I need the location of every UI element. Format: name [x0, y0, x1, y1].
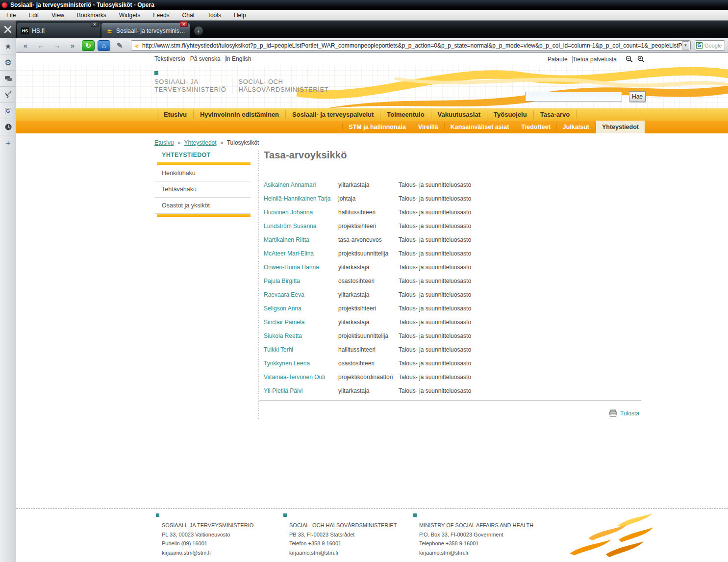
sub-nav-item[interactable]: Vireillä	[412, 123, 445, 131]
address-bar[interactable]: http://www.stm.fi/yhteystiedot/tulosyksi…	[131, 40, 691, 51]
sub-nav-item[interactable]: Julkaisut	[557, 123, 596, 131]
quick-preferences-button[interactable]	[0, 21, 16, 38]
close-icon[interactable]: ✕	[91, 21, 99, 27]
person-name-link[interactable]: Pajula Birgitta	[264, 278, 338, 284]
sidebar-item[interactable]: Tehtävähaku	[154, 181, 251, 198]
person-title: projektikoordinaattori	[338, 374, 399, 381]
zoom-out-icon[interactable]	[626, 55, 633, 63]
table-row: Seligson Anna projektisihteeri Talous- j…	[264, 302, 644, 315]
close-icon[interactable]: ✕	[180, 21, 188, 27]
reload-button[interactable]: ↻	[82, 40, 95, 51]
tab-hsfi[interactable]: HS HS.fi ✕	[17, 23, 100, 38]
fast-forward-button[interactable]: »	[66, 40, 79, 51]
menu-item[interactable]: Help	[227, 10, 252, 20]
table-row: Martikainen Riitta tasa-arvoneuvos Talou…	[264, 233, 644, 247]
person-title: hallitussihteeri	[338, 346, 399, 353]
footer-email[interactable]: kirjaamo.stm@stm.fi	[413, 548, 533, 558]
footer-email[interactable]: kirjaamo.stm@stm.fi	[283, 548, 397, 558]
url-text: http://www.stm.fi/yhteystiedot/tulosyksi…	[142, 42, 682, 49]
logo-text-sv: SOCIAL- OCH	[238, 78, 328, 86]
site-logo[interactable]: SOSIAALI- JA TERVEYSMINISTERIÖ SOCIAL- O…	[154, 71, 334, 94]
breadcrumb-link[interactable]: Etusivu	[154, 139, 174, 146]
person-title: ylitarkastaja	[338, 264, 399, 271]
menu-item[interactable]: Chat	[176, 10, 201, 20]
new-tab-button[interactable]: +	[194, 26, 203, 36]
sidebar-item[interactable]: Osastot ja yksiköt	[154, 198, 251, 214]
utility-link[interactable]: Tekstiversio	[154, 55, 190, 62]
person-name-link[interactable]: Huovinen Johanna	[264, 209, 338, 216]
zoom-in-icon[interactable]	[637, 55, 645, 63]
history-panel-button[interactable]	[0, 119, 16, 135]
menu-item[interactable]: Feeds	[147, 10, 176, 20]
main-nav-item[interactable]: Työsuojelu	[487, 110, 534, 119]
utility-link[interactable]: Palaute	[548, 56, 572, 63]
sub-nav-item[interactable]: Tiedotteet	[515, 123, 557, 131]
menu-item[interactable]: Tools	[201, 10, 227, 20]
menu-item[interactable]: Bookmarks	[71, 10, 113, 20]
person-name-link[interactable]: Yli-Pietilä Päivi	[264, 387, 338, 394]
person-name-link[interactable]: Asikainen Annamari	[264, 181, 338, 188]
footer-address: PB 33, FI-00023 Statsrådet	[283, 530, 397, 539]
person-title: ylitarkastaja	[338, 319, 399, 326]
google-panel-button[interactable]: G	[0, 103, 16, 119]
pencil-icon[interactable]: ✎	[113, 40, 126, 51]
sub-nav-item[interactable]: Kansainväliset asiat	[445, 123, 516, 131]
person-title: projektisuunnittelija	[338, 332, 399, 339]
google-search-box[interactable]: G Google	[695, 40, 725, 51]
utility-link[interactable]: Tietoa palvelusta	[572, 56, 621, 63]
notes-panel-button[interactable]	[0, 71, 16, 87]
sub-nav-item[interactable]: STM ja hallinnonala	[342, 123, 412, 131]
back-button[interactable]: ←	[35, 40, 48, 51]
sub-nav-item[interactable]: Yhteystiedot	[596, 121, 645, 133]
main-nav-item[interactable]: Tasa-arvo	[534, 110, 577, 119]
star-icon: ★	[4, 42, 11, 51]
google-search-placeholder: Google	[704, 43, 722, 49]
tab-stm[interactable]: Sosiaali- ja terveysminis… ✕	[101, 23, 190, 38]
person-name-link[interactable]: Tynkkynen Leena	[264, 360, 338, 367]
person-department: Talous- ja suunnitteluosasto	[399, 209, 644, 216]
footer-email[interactable]: kirjaamo.stm@stm.fi	[156, 548, 253, 558]
person-department: Talous- ja suunnitteluosasto	[399, 346, 644, 353]
print-link[interactable]: Tulosta	[609, 409, 639, 417]
person-name-link[interactable]: McAteer Mari-Elina	[264, 250, 338, 257]
menu-item[interactable]: Edit	[22, 10, 45, 20]
add-panel-button[interactable]: ＋	[0, 135, 16, 152]
rewind-button[interactable]: «	[19, 40, 32, 51]
person-name-link[interactable]: Viitamaa-Tervonen Outi	[264, 374, 338, 381]
main-nav-item[interactable]: Sosiaali- ja terveyspalvelut	[286, 110, 380, 119]
person-name-link[interactable]: Martikainen Riitta	[264, 236, 338, 243]
person-name-link[interactable]: Raevaara Eeva	[264, 291, 338, 298]
person-name-link[interactable]: Sinclair Pamela	[264, 319, 338, 326]
breadcrumb-link[interactable]: Yhteystiedot	[184, 139, 217, 146]
person-name-link[interactable]: Seligson Anna	[264, 305, 338, 312]
footer-column-fi: SOSIAALI- JA TERVEYSMINISTERIÖ PL 33, 00…	[156, 513, 253, 557]
utility-bar: TekstiversioPå svenskaIn English Palaute…	[16, 53, 728, 65]
person-name-link[interactable]: Heinilä-Hannikainen Tarja	[264, 195, 338, 202]
main-nav-item[interactable]: Toimeentulo	[380, 110, 431, 119]
bookmarks-panel-button[interactable]: ★	[0, 38, 16, 54]
person-name-link[interactable]: Onwen-Huma Hanna	[264, 264, 338, 271]
site-search-input[interactable]	[525, 92, 622, 102]
search-submit-button[interactable]: Hae	[629, 91, 646, 102]
utility-link[interactable]: På svenska	[190, 55, 225, 62]
person-department: Talous- ja suunnitteluosasto	[399, 332, 644, 339]
sidebar-item[interactable]: Henkilöhaku	[154, 165, 251, 181]
home-button[interactable]: ⌂	[98, 40, 110, 51]
person-name-link[interactable]: Tulkki Terhi	[264, 346, 338, 353]
chevron-down-icon[interactable]: ▼	[682, 41, 689, 50]
main-nav-item[interactable]: Etusivu	[157, 110, 194, 119]
main-nav-item[interactable]: Vakuutusasiat	[431, 110, 487, 119]
person-name-link[interactable]: Lundström Susanna	[264, 223, 338, 230]
main-nav-item[interactable]: Hyvinvoinnin edistäminen	[194, 110, 286, 119]
menu-item[interactable]: Widgets	[113, 10, 147, 20]
footer-column-en: MINISTRY OF SOCIAL AFFAIRS AND HEALTH P.…	[413, 513, 533, 557]
transfers-panel-button[interactable]	[0, 87, 16, 103]
widgets-panel-button[interactable]: ⚙	[0, 54, 16, 71]
menu-item[interactable]: View	[45, 10, 71, 20]
person-name-link[interactable]: Siukola Reetta	[264, 332, 338, 339]
menu-item[interactable]: File	[0, 10, 22, 20]
utility-link[interactable]: In English	[225, 55, 256, 62]
gear-icon: ⚙	[4, 58, 11, 67]
forward-button[interactable]: →	[50, 40, 63, 51]
person-title: ylitarkastaja	[338, 291, 399, 298]
